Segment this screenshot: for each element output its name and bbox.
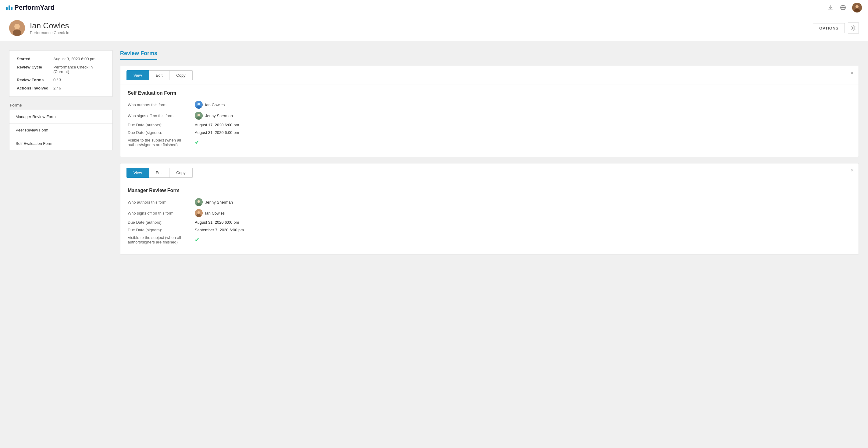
close-icon[interactable]: × (850, 70, 854, 76)
form-card-body-2: Manager Review Form Who authors this for… (120, 182, 859, 254)
due-authors-value: August 17, 2020 6:00 pm (195, 123, 239, 127)
review-cycle-row: Review Cycle Performance Check In (Curre… (17, 65, 105, 74)
form-title-2: Manager Review Form (128, 188, 851, 193)
signer-avatar-2 (195, 209, 203, 217)
svg-point-2 (856, 5, 859, 8)
gear-button[interactable] (848, 23, 859, 33)
svg-point-5 (14, 24, 20, 29)
logo-icon (6, 5, 12, 10)
visible-checkmark-2: ✔ (195, 237, 199, 243)
review-cycle-value: Performance Check In (Current) (53, 65, 105, 74)
due-authors-row-2: Due Date (authors): August 31, 2020 6:00… (128, 220, 851, 225)
svg-point-15 (197, 200, 200, 203)
main-content: Started August 3, 2020 6:00 pm Review Cy… (0, 41, 868, 448)
review-forms-title: Review Forms (120, 50, 157, 60)
close-icon-2[interactable]: × (850, 168, 854, 173)
review-section: Review Forms View Edit Copy × Self Evalu… (120, 50, 859, 440)
actions-involved-row: Actions Involved 2 / 6 (17, 86, 105, 91)
due-authors-value-2: August 31, 2020 6:00 pm (195, 220, 239, 225)
due-signers-row-2: Due Date (signers): September 7, 2020 6:… (128, 228, 851, 232)
svg-point-12 (197, 114, 200, 116)
svg-point-7 (852, 27, 854, 29)
svg-point-6 (13, 30, 21, 36)
options-area: OPTIONS (813, 23, 859, 33)
form-title: Self Evaluation Form (128, 91, 851, 96)
logo: PerformYard (6, 4, 55, 11)
edit-button-2[interactable]: Edit (149, 168, 169, 178)
started-label: Started (17, 57, 50, 61)
visible-checkmark: ✔ (195, 139, 199, 146)
authors-value-2: Jenny Sherman (195, 198, 233, 206)
author-name: Ian Cowles (205, 103, 225, 107)
globe-icon[interactable] (839, 4, 847, 11)
due-signers-label: Due Date (signers): (128, 130, 195, 135)
signer-row-2: Who signs off on this form: Ian Cowles (128, 209, 851, 217)
signer-row: Who signs off on this form: Jenny Sherma… (128, 112, 851, 119)
user-avatar[interactable] (852, 3, 862, 12)
info-card: Started August 3, 2020 6:00 pm Review Cy… (9, 50, 113, 97)
signer-avatar (195, 112, 203, 119)
author-name-2: Jenny Sherman (205, 200, 233, 205)
visible-label: Visible to the subject (when all authors… (128, 138, 195, 147)
due-signers-value-2: September 7, 2020 6:00 pm (195, 228, 244, 232)
view-button[interactable]: View (126, 70, 149, 80)
review-forms-value: 0 / 3 (53, 78, 61, 82)
actions-involved-value: 2 / 6 (53, 86, 61, 91)
profile-name: Ian Cowles (30, 21, 69, 30)
started-value: August 3, 2020 6:00 pm (53, 57, 95, 61)
due-signers-row: Due Date (signers): August 31, 2020 6:00… (128, 130, 851, 135)
due-signers-label-2: Due Date (signers): (128, 228, 195, 232)
signer-value-2: Ian Cowles (195, 209, 225, 217)
authors-row-2: Who authors this form: Jenny Sherman (128, 198, 851, 206)
author-avatar (195, 101, 203, 109)
download-icon[interactable] (827, 4, 834, 11)
signer-name-2: Ian Cowles (205, 211, 225, 215)
signer-label: Who signs off on this form: (128, 113, 195, 118)
nav-icons (827, 3, 862, 12)
list-item[interactable]: Manager Review Form (9, 110, 113, 124)
view-button-2[interactable]: View (126, 168, 149, 178)
authors-label: Who authors this form: (128, 103, 195, 107)
authors-row: Who authors this form: Ian Cowles (128, 101, 851, 109)
svg-point-9 (197, 103, 200, 105)
list-item[interactable]: Self Evaluation Form (9, 137, 113, 150)
copy-button-2[interactable]: Copy (169, 168, 192, 178)
list-item[interactable]: Peer Review Form (9, 124, 113, 137)
form-card-body: Self Evaluation Form Who authors this fo… (120, 85, 859, 157)
profile-subtitle: Performance Check In (30, 30, 69, 35)
due-authors-label: Due Date (authors): (128, 123, 195, 127)
review-forms-row: Review Forms 0 / 3 (17, 78, 105, 82)
author-avatar-2 (195, 198, 203, 206)
profile-avatar (9, 20, 25, 36)
options-button[interactable]: OPTIONS (813, 23, 845, 33)
forms-list: Manager Review Form Peer Review Form Sel… (9, 110, 113, 150)
review-cycle-label: Review Cycle (17, 65, 50, 74)
app-name: PerformYard (14, 4, 55, 11)
due-authors-label-2: Due Date (authors): (128, 220, 195, 225)
profile-header: Ian Cowles Performance Check In OPTIONS (0, 15, 868, 41)
signer-name: Jenny Sherman (205, 113, 233, 118)
review-forms-label: Review Forms (17, 78, 50, 82)
svg-point-18 (197, 211, 200, 214)
signer-value: Jenny Sherman (195, 112, 233, 119)
form-card-self-eval: View Edit Copy × Self Evaluation Form Wh… (120, 66, 859, 157)
authors-label-2: Who authors this form: (128, 200, 195, 205)
top-nav: PerformYard (0, 0, 868, 15)
profile-left: Ian Cowles Performance Check In (9, 20, 69, 36)
form-card-manager-review: View Edit Copy × Manager Review Form Who… (120, 163, 859, 254)
visible-label-2: Visible to the subject (when all authors… (128, 235, 195, 244)
sidebar: Started August 3, 2020 6:00 pm Review Cy… (9, 50, 113, 440)
form-card-toolbar: View Edit Copy (120, 66, 859, 85)
actions-involved-label: Actions Involved (17, 86, 50, 91)
signer-label-2: Who signs off on this form: (128, 211, 195, 215)
visible-row-2: Visible to the subject (when all authors… (128, 235, 851, 244)
due-authors-row: Due Date (authors): August 17, 2020 6:00… (128, 123, 851, 127)
forms-section-title: Forms (9, 103, 113, 107)
due-signers-value: August 31, 2020 6:00 pm (195, 130, 239, 135)
form-card-toolbar-2: View Edit Copy (120, 164, 859, 182)
visible-row: Visible to the subject (when all authors… (128, 138, 851, 147)
started-row: Started August 3, 2020 6:00 pm (17, 57, 105, 61)
authors-value: Ian Cowles (195, 101, 225, 109)
edit-button[interactable]: Edit (149, 70, 169, 80)
copy-button[interactable]: Copy (169, 70, 192, 80)
